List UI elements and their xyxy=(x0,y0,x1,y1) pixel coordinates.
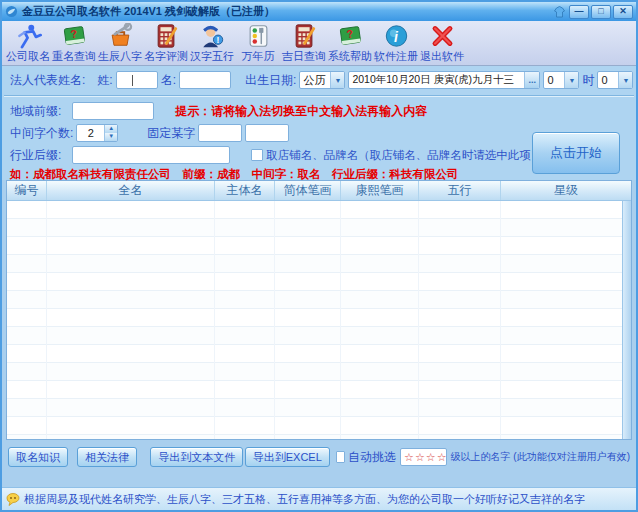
title-bar: 金豆豆公司取名软件 2014V1 残剑破解版（已注册） — □ ✕ xyxy=(2,2,636,21)
shop-checkbox-label: 取店铺名、品牌名（取店铺名、品牌名时请选中此项） xyxy=(266,148,542,163)
status-text: 根据周易及现代姓名研究学、生辰八字、三才五格、五行喜用神等多方面、为您的公司取一… xyxy=(24,492,585,507)
calendar-type-select[interactable]: 公历 ▼ xyxy=(299,71,345,89)
column-header-simplified-strokes[interactable]: 简体笔画 xyxy=(275,181,341,200)
app-icon xyxy=(5,5,18,18)
register-info-icon: i xyxy=(383,23,410,49)
industry-suffix-input[interactable] xyxy=(72,146,230,164)
minimize-button[interactable]: — xyxy=(569,5,589,19)
middle-count-label: 中间字个数: xyxy=(10,125,73,142)
example-text: 如：成都取名科技有限责任公司 前缀：成都 中间字：取名 行业后缀：科技有限公司 xyxy=(10,167,459,182)
lucky-day-calculator-icon xyxy=(291,23,318,49)
legal-name-label: 法人代表姓名: xyxy=(10,72,85,89)
hour-select[interactable]: 0 ▼ xyxy=(543,71,579,89)
star-level-suffix: 级以上的名字 (此功能仅对注册用户有效) xyxy=(451,450,630,464)
spinner-up-icon[interactable]: ▲ xyxy=(105,125,117,133)
toolbar-button-hanzi-wuxing[interactable]: ! 汉字五行 xyxy=(189,22,235,64)
status-bar: 根据周易及现代姓名研究学、生辰八字、三才五格、五行喜用神等多方面、为您的公司取一… xyxy=(2,487,636,510)
column-header-mainname[interactable]: 主体名 xyxy=(215,181,275,200)
perpetual-calendar-icon xyxy=(245,23,272,49)
hour-label: 时 xyxy=(582,72,594,89)
toolbar-button-lucky-day[interactable]: 吉日查询 xyxy=(281,22,327,64)
status-bubble-icon xyxy=(6,493,20,506)
given-name-label: 名: xyxy=(161,72,176,89)
company-naming-icon xyxy=(15,23,42,49)
related-law-button[interactable]: 相关法律 xyxy=(77,447,137,467)
text-caret xyxy=(132,75,133,86)
given-name-input[interactable] xyxy=(179,71,231,89)
toolbar-button-company-naming[interactable]: 公司取名 xyxy=(5,22,51,64)
duplicate-name-search-icon: ? xyxy=(61,23,88,49)
table-header: 编号 全名 主体名 简体笔画 康熙笔画 五行 星级 xyxy=(7,181,631,201)
actions-bar: 取名知识 相关法律 导出到文本文件 导出到EXCEL 自动挑选 ☆☆☆☆ ▼ 级… xyxy=(2,440,636,468)
hanzi-wuxing-person-icon: ! xyxy=(199,23,226,49)
skin-icon[interactable] xyxy=(552,5,567,19)
export-excel-button[interactable]: 导出到EXCEL xyxy=(245,447,330,467)
surname-input[interactable] xyxy=(116,71,158,89)
column-header-wuxing[interactable]: 五行 xyxy=(419,181,501,200)
vertical-scrollbar[interactable] xyxy=(622,201,631,439)
app-window: 金豆豆公司取名软件 2014V1 残剑破解版（已注册） — □ ✕ 公司取名 xyxy=(0,0,638,512)
minute-select[interactable]: 0 ▼ xyxy=(597,71,633,89)
spinner-down-icon[interactable]: ▼ xyxy=(105,133,117,141)
region-prefix-input[interactable] xyxy=(72,102,154,120)
birthdate-label: 出生日期: xyxy=(245,72,296,89)
toolbar-button-exit[interactable]: 退出软件 xyxy=(419,22,465,64)
toolbar: 公司取名 ? 重名查询 生辰八字 xyxy=(2,21,636,66)
birthdate-input[interactable]: 2010年10月20日 庚寅(虎)九月十三 ... xyxy=(348,71,540,89)
star-rating: ☆☆☆☆ xyxy=(401,451,446,464)
fixed-char-label: 固定某字 xyxy=(147,125,195,142)
toolbar-button-bazi[interactable]: 生辰八字 xyxy=(97,22,143,64)
table-body xyxy=(7,201,622,439)
region-prefix-label: 地域前缀: xyxy=(10,103,61,120)
chevron-down-icon[interactable]: ▼ xyxy=(330,72,344,88)
toolbar-button-calendar[interactable]: 万年历 xyxy=(235,22,281,64)
exit-x-icon xyxy=(429,23,456,49)
bazi-toolbox-icon xyxy=(107,23,134,49)
toolbar-button-name-evaluate[interactable]: 名字评测 xyxy=(143,22,189,64)
chevron-down-icon[interactable]: ▼ xyxy=(618,72,632,88)
industry-suffix-label: 行业后缀: xyxy=(10,147,61,164)
date-picker-button[interactable]: ... xyxy=(524,72,539,88)
fixed-char-input-2[interactable] xyxy=(245,124,289,142)
chevron-down-icon[interactable]: ▼ xyxy=(564,72,578,88)
fixed-char-input-1[interactable] xyxy=(198,124,242,142)
close-button[interactable]: ✕ xyxy=(613,5,633,19)
column-header-kangxi-strokes[interactable]: 康熙笔画 xyxy=(341,181,419,200)
toolbar-button-help[interactable]: ? 系统帮助 xyxy=(327,22,373,64)
shop-name-checkbox[interactable] xyxy=(251,149,263,161)
column-header-id[interactable]: 编号 xyxy=(7,181,47,200)
svg-text:!: ! xyxy=(216,35,219,45)
export-txt-button[interactable]: 导出到文本文件 xyxy=(150,447,243,467)
column-header-stars[interactable]: 星级 xyxy=(501,181,631,200)
middle-count-stepper[interactable]: 2 ▲▼ xyxy=(76,124,118,142)
name-evaluate-calculator-icon xyxy=(153,23,180,49)
column-header-fullname[interactable]: 全名 xyxy=(47,181,215,200)
input-method-hint: 提示：请将输入法切换至中文输入法再输入内容 xyxy=(175,103,427,120)
maximize-button[interactable]: □ xyxy=(591,5,611,19)
results-table: 编号 全名 主体名 简体笔画 康熙笔画 五行 星级 xyxy=(6,180,632,440)
star-level-select[interactable]: ☆☆☆☆ ▼ xyxy=(400,448,446,466)
surname-label: 姓: xyxy=(97,72,112,89)
auto-pick-label: 自动挑选 xyxy=(348,449,396,466)
help-book-icon: ? xyxy=(337,23,364,49)
auto-pick-checkbox[interactable] xyxy=(336,451,345,463)
toolbar-button-duplicate-search[interactable]: ? 重名查询 xyxy=(51,22,97,64)
naming-form: 法人代表姓名: 姓: 名: 出生日期: 公历 ▼ 2010年10月20日 庚寅(… xyxy=(2,66,636,180)
spacer xyxy=(2,468,636,487)
toolbar-button-register[interactable]: i 软件注册 xyxy=(373,22,419,64)
window-title: 金豆豆公司取名软件 2014V1 残剑破解版（已注册） xyxy=(22,4,275,19)
naming-knowledge-button[interactable]: 取名知识 xyxy=(8,447,68,467)
start-button[interactable]: 点击开始 xyxy=(532,132,620,174)
form-separator xyxy=(4,95,634,97)
